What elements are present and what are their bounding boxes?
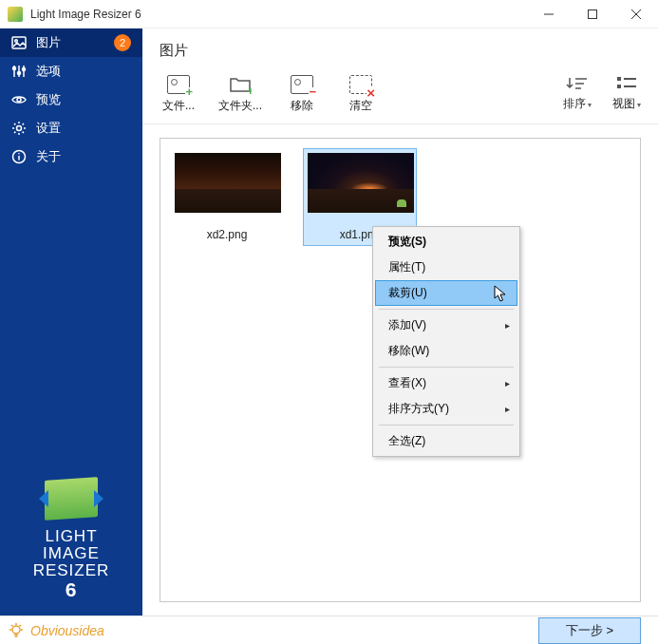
context-menu: 预览(S) 属性(T) 裁剪(U) 添加(V)▸ 移除(W) 查看(X)▸ 排序…	[372, 226, 520, 457]
svg-point-9	[13, 67, 16, 70]
svg-point-11	[23, 68, 26, 71]
logo-text: LIGHT IMAGE RESIZER 6	[0, 528, 142, 600]
clear-button[interactable]: 清空	[342, 75, 380, 114]
toolbar-label: 文件...	[162, 98, 195, 114]
menu-item-preview[interactable]: 预览(S)	[375, 229, 517, 255]
thumbnail-filename: xd2.png	[175, 228, 279, 241]
sidebar-item-options[interactable]: 选项	[0, 57, 142, 85]
view-icon	[615, 75, 638, 92]
svg-line-29	[11, 625, 12, 626]
toolbar-label: 移除	[291, 98, 313, 114]
svg-text:+: +	[247, 84, 252, 94]
info-icon	[11, 149, 27, 164]
add-file-icon	[167, 75, 190, 94]
sidebar-item-label: 图片	[36, 34, 61, 51]
toolbar-label: 排序	[563, 97, 586, 110]
add-folder-icon: +	[229, 75, 252, 94]
thumbnail-image	[175, 153, 281, 213]
bottom-bar: Obviousidea 下一步 >	[0, 616, 658, 644]
next-button[interactable]: 下一步 >	[538, 617, 641, 644]
svg-point-25	[12, 626, 20, 634]
close-button[interactable]	[614, 0, 658, 28]
sort-icon	[566, 75, 589, 92]
eye-icon	[11, 92, 27, 107]
sidebar-item-label: 预览	[36, 91, 61, 108]
menu-item-remove[interactable]: 移除(W)	[375, 338, 517, 364]
bulb-icon	[8, 622, 25, 639]
svg-point-5	[15, 40, 18, 43]
main-area: 图片 2 选项 预览 设置 关于 LIGHT IMAGE	[0, 28, 658, 616]
brand-text: Obviousidea	[30, 623, 104, 638]
menu-item-view[interactable]: 查看(X)▸	[375, 370, 517, 396]
sidebar-item-label: 选项	[36, 63, 61, 80]
page-title: 图片	[142, 28, 658, 67]
sidebar-item-label: 设置	[36, 120, 61, 137]
gear-icon	[11, 121, 27, 136]
sidebar: 图片 2 选项 预览 设置 关于 LIGHT IMAGE	[0, 28, 142, 616]
svg-rect-21	[617, 77, 621, 81]
menu-item-add[interactable]: 添加(V)▸	[375, 313, 517, 338]
cursor-icon	[494, 285, 509, 308]
remove-button[interactable]: 移除	[283, 75, 321, 114]
title-bar: Light Image Resizer 6	[0, 0, 658, 28]
sort-button[interactable]: 排序▾	[563, 75, 592, 112]
toolbar-label: 视图	[612, 97, 635, 110]
menu-separator	[379, 425, 514, 426]
menu-item-selectall[interactable]: 全选(Z)	[375, 428, 517, 454]
menu-separator	[379, 367, 514, 368]
submenu-arrow-icon: ▸	[505, 404, 510, 414]
logo-image	[45, 479, 98, 519]
add-folder-button[interactable]: + 文件夹...	[218, 75, 262, 114]
svg-rect-22	[617, 85, 621, 88]
remove-icon	[291, 75, 313, 94]
sidebar-item-label: 关于	[36, 148, 61, 165]
svg-point-13	[17, 126, 22, 131]
svg-line-30	[20, 625, 21, 626]
toolbar: 文件... + 文件夹... 移除 清空 排序▾	[142, 67, 658, 124]
menu-item-sortby[interactable]: 排序方式(Y)▸	[375, 396, 517, 422]
minimize-button[interactable]	[527, 0, 571, 28]
window-title: Light Image Resizer 6	[30, 8, 527, 21]
sidebar-item-settings[interactable]: 设置	[0, 114, 142, 142]
sidebar-item-images[interactable]: 图片 2	[0, 28, 142, 57]
menu-separator	[379, 309, 514, 310]
submenu-arrow-icon: ▸	[505, 378, 510, 388]
svg-rect-1	[589, 9, 597, 18]
svg-point-10	[18, 72, 21, 75]
sidebar-item-about[interactable]: 关于	[0, 142, 142, 171]
image-count-badge: 2	[114, 34, 131, 51]
maximize-button[interactable]	[571, 0, 614, 28]
thumbnail-image	[308, 153, 414, 213]
menu-item-properties[interactable]: 属性(T)	[375, 255, 517, 280]
toolbar-label: 文件夹...	[218, 98, 262, 114]
thumbnail-item[interactable]: xd2.png	[170, 148, 284, 246]
brand-link[interactable]: Obviousidea	[8, 622, 104, 639]
submenu-arrow-icon: ▸	[505, 320, 510, 331]
sidebar-logo: LIGHT IMAGE RESIZER 6	[0, 479, 142, 600]
clear-icon	[349, 75, 372, 94]
view-button[interactable]: 视图▾	[612, 75, 641, 112]
app-icon	[8, 7, 23, 22]
add-file-button[interactable]: 文件...	[160, 75, 197, 114]
image-icon	[11, 35, 27, 50]
sidebar-item-preview[interactable]: 预览	[0, 85, 142, 114]
sliders-icon	[11, 64, 27, 79]
svg-point-16	[18, 153, 20, 155]
svg-point-12	[17, 98, 21, 102]
